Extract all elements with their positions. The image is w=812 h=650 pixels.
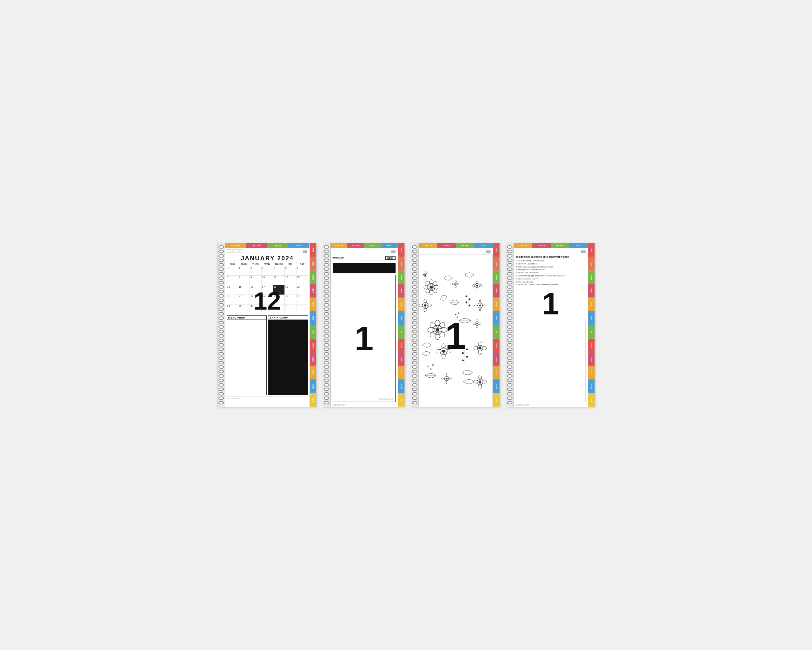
month-tab-apr[interactable]: APR bbox=[588, 284, 595, 298]
spiral-coil bbox=[507, 383, 513, 387]
month-tab-mar[interactable]: MAR bbox=[588, 271, 595, 284]
month-tab-mar[interactable]: MAR bbox=[310, 271, 316, 284]
calendar-cell[interactable]: 8 bbox=[238, 276, 250, 285]
month-tab-jan[interactable]: JAN bbox=[398, 243, 404, 257]
month-tab-feb[interactable]: FEB bbox=[588, 257, 595, 271]
hamburger-menu-4[interactable] bbox=[580, 249, 586, 254]
month-tab-jul[interactable]: JUL bbox=[398, 325, 404, 339]
month-tab-nov[interactable]: NOV bbox=[588, 379, 595, 393]
month-tab-oct[interactable]: OCT bbox=[398, 366, 404, 379]
hamburger-menu-2[interactable] bbox=[390, 249, 396, 254]
month-tab-feb[interactable]: FEB bbox=[493, 257, 499, 271]
calendar-cell[interactable]: 7 bbox=[227, 276, 238, 285]
month-tab-jun[interactable]: JUN bbox=[398, 311, 404, 325]
calendar-cell[interactable]: 29 bbox=[238, 304, 250, 314]
month-tab-sept[interactable]: SEPT bbox=[588, 352, 595, 366]
calendar-cell[interactable]: 2 bbox=[250, 266, 261, 276]
month-tab-may[interactable]: MAY bbox=[310, 298, 316, 311]
calendar-cell[interactable]: 1 bbox=[238, 266, 250, 276]
spiral-coil bbox=[218, 401, 224, 404]
calendar-cell[interactable]: 27 bbox=[296, 295, 308, 304]
month-tab-sept[interactable]: SEPT bbox=[310, 352, 316, 366]
calendar-cell[interactable]: 30 bbox=[250, 304, 261, 314]
spiral-coil bbox=[324, 392, 329, 396]
svg-point-72 bbox=[462, 359, 463, 361]
calendar-cell[interactable]: 20 bbox=[296, 285, 308, 295]
hamburger-menu-1[interactable] bbox=[302, 249, 308, 254]
calendar-cell[interactable]: 12 bbox=[285, 276, 296, 285]
calendar-cell[interactable]: 11 bbox=[273, 276, 285, 285]
month-tab-jan[interactable]: JAN bbox=[310, 243, 316, 257]
month-tab-jun[interactable]: JUN bbox=[493, 311, 499, 325]
month-tab-jul[interactable]: JUL bbox=[493, 325, 499, 339]
top-bar-segment: DAILY bbox=[381, 243, 398, 248]
month-tab-sept[interactable]: SEPT bbox=[493, 352, 499, 366]
month-tab-feb[interactable]: FEB bbox=[398, 257, 404, 271]
calendar-cell[interactable]: 3 bbox=[261, 266, 273, 276]
calendar-cell[interactable]: 9 bbox=[250, 276, 261, 285]
spiral-coil bbox=[412, 325, 417, 329]
month-tab-mar[interactable]: MAR bbox=[398, 271, 404, 284]
month-tab-may[interactable]: MAY bbox=[493, 298, 499, 311]
calendar-cell[interactable]: 18 bbox=[273, 285, 285, 295]
calendar-cell[interactable]: 31 bbox=[261, 304, 273, 314]
month-tab-dec[interactable]: DEC bbox=[493, 393, 499, 407]
month-tab-jan[interactable]: JAN bbox=[588, 243, 595, 257]
calendar-cell[interactable]: 25 bbox=[273, 295, 285, 304]
calendar-cell[interactable]: 15 bbox=[238, 285, 250, 295]
month-tab-aug[interactable]: AUG bbox=[493, 339, 499, 352]
month-tab-may[interactable]: MAY bbox=[588, 298, 595, 311]
month-tab-oct[interactable]: OCT bbox=[588, 366, 595, 379]
month-tab-jan[interactable]: JAN bbox=[493, 243, 499, 257]
month-tab-jun[interactable]: JUN bbox=[310, 311, 316, 325]
month-tab-apr[interactable]: APR bbox=[493, 284, 499, 298]
month-tab-apr[interactable]: APR bbox=[398, 284, 404, 298]
calendar-cell[interactable]: 6 bbox=[296, 266, 308, 276]
month-tab-mar[interactable]: MAR bbox=[493, 271, 499, 284]
month-tab-dec[interactable]: DEC bbox=[310, 393, 316, 407]
month-title: JANUARY 2024 bbox=[225, 254, 310, 263]
calendar-cell[interactable]: 17 bbox=[261, 285, 273, 295]
calendar-cell[interactable]: 10 bbox=[261, 276, 273, 285]
month-tab-sept[interactable]: SEPT bbox=[398, 352, 404, 366]
week-input-line[interactable] bbox=[359, 255, 383, 260]
calendar-cell[interactable]: 1 bbox=[273, 304, 285, 314]
instruction-item: 5. Select "Take Screenshot" bbox=[516, 271, 586, 274]
month-tab-jul[interactable]: JUL bbox=[588, 325, 595, 339]
calendar-cell[interactable]: 28 bbox=[227, 304, 238, 314]
calendar-cell[interactable]: 5 bbox=[285, 266, 296, 276]
spiral-coil bbox=[412, 356, 417, 360]
month-tab-dec[interactable]: DEC bbox=[588, 393, 595, 407]
month-tab-nov[interactable]: NOV bbox=[493, 379, 499, 393]
calendar-cell[interactable]: 3 bbox=[296, 304, 308, 314]
calendar-cell[interactable]: 31 bbox=[227, 266, 238, 276]
calendar-cell[interactable]: 19 bbox=[285, 285, 296, 295]
month-tab-nov[interactable]: NOV bbox=[398, 379, 404, 393]
calendar-cell[interactable]: 21 bbox=[227, 295, 238, 304]
calendar-cell[interactable]: 23 bbox=[250, 295, 261, 304]
month-tab-dec[interactable]: DEC bbox=[398, 393, 404, 407]
month-tab-oct[interactable]: OCT bbox=[493, 366, 499, 379]
month-tab-jul[interactable]: JUL bbox=[310, 325, 316, 339]
month-tab-oct[interactable]: OCT bbox=[310, 366, 316, 379]
month-tab-feb[interactable]: FEB bbox=[310, 257, 316, 271]
calendar-cell[interactable]: 26 bbox=[285, 295, 296, 304]
month-tab-aug[interactable]: AUG bbox=[588, 339, 595, 352]
month-tab-jun[interactable]: JUN bbox=[588, 311, 595, 325]
hamburger-menu-3[interactable] bbox=[485, 249, 491, 254]
month-tab-nov[interactable]: NOV bbox=[310, 379, 316, 393]
hamburger-line bbox=[391, 251, 395, 251]
planner1-body: GROCERYKITCHENDOODLEDAILY JANUARY 2024 bbox=[225, 243, 310, 407]
calendar-cell[interactable]: 13 bbox=[296, 276, 308, 285]
calendar-cell[interactable]: 16 bbox=[250, 285, 261, 295]
top-bar-segment: KITCHEN bbox=[532, 243, 551, 248]
calendar-cell[interactable]: 2 bbox=[285, 304, 296, 314]
calendar-cell[interactable]: 22 bbox=[238, 295, 250, 304]
month-tab-apr[interactable]: APR bbox=[310, 284, 316, 298]
calendar-cell[interactable]: 4 bbox=[273, 266, 285, 276]
month-tab-aug[interactable]: AUG bbox=[310, 339, 316, 352]
calendar-cell[interactable]: 14 bbox=[227, 285, 238, 295]
month-tab-may[interactable]: MAY bbox=[398, 298, 404, 311]
calendar-cell[interactable]: 24 bbox=[261, 295, 273, 304]
month-tab-aug[interactable]: AUG bbox=[398, 339, 404, 352]
